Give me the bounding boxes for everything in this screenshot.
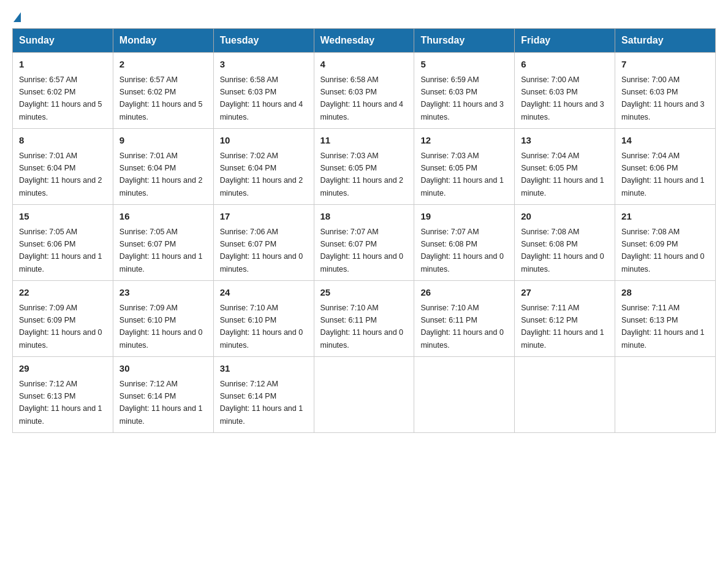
day-number: 8 [19,134,107,148]
day-number: 13 [521,134,609,148]
day-number: 9 [119,134,207,148]
day-number: 6 [521,58,609,72]
day-number: 7 [621,58,709,72]
day-info: Sunrise: 7:06 AMSunset: 6:07 PMDaylight:… [220,228,303,274]
day-info: Sunrise: 7:12 AMSunset: 6:14 PMDaylight:… [220,380,303,426]
calendar-cell: 16 Sunrise: 7:05 AMSunset: 6:07 PMDaylig… [113,205,213,281]
calendar-cell: 28 Sunrise: 7:11 AMSunset: 6:13 PMDaylig… [615,281,716,357]
calendar-cell: 13 Sunrise: 7:04 AMSunset: 6:05 PMDaylig… [515,129,615,205]
calendar-cell: 22 Sunrise: 7:09 AMSunset: 6:09 PMDaylig… [13,281,113,357]
day-info: Sunrise: 7:09 AMSunset: 6:09 PMDaylight:… [19,304,102,350]
weekday-header-saturday: Saturday [615,29,716,53]
calendar-cell: 27 Sunrise: 7:11 AMSunset: 6:12 PMDaylig… [515,281,615,357]
day-info: Sunrise: 6:58 AMSunset: 6:03 PMDaylight:… [220,75,303,121]
calendar-week-row: 1 Sunrise: 6:57 AMSunset: 6:02 PMDayligh… [13,53,716,129]
calendar-cell: 23 Sunrise: 7:09 AMSunset: 6:10 PMDaylig… [113,281,213,357]
day-number: 4 [320,58,408,72]
day-info: Sunrise: 6:57 AMSunset: 6:02 PMDaylight:… [19,75,102,121]
calendar-week-row: 8 Sunrise: 7:01 AMSunset: 6:04 PMDayligh… [13,129,716,205]
calendar-cell: 21 Sunrise: 7:08 AMSunset: 6:09 PMDaylig… [615,205,716,281]
calendar-cell [314,357,414,433]
day-number: 15 [19,210,107,224]
day-number: 1 [19,58,107,72]
calendar-body: 1 Sunrise: 6:57 AMSunset: 6:02 PMDayligh… [13,53,716,433]
day-info: Sunrise: 7:03 AMSunset: 6:05 PMDaylight:… [420,151,504,197]
day-number: 31 [220,362,308,376]
calendar-cell: 11 Sunrise: 7:03 AMSunset: 6:05 PMDaylig… [314,129,414,205]
weekday-header-tuesday: Tuesday [213,29,314,53]
calendar-cell: 19 Sunrise: 7:07 AMSunset: 6:08 PMDaylig… [414,205,515,281]
day-info: Sunrise: 7:00 AMSunset: 6:03 PMDaylight:… [621,75,705,121]
weekday-header-friday: Friday [515,29,615,53]
weekday-header-thursday: Thursday [414,29,515,53]
day-info: Sunrise: 7:02 AMSunset: 6:04 PMDaylight:… [220,151,303,197]
day-info: Sunrise: 7:01 AMSunset: 6:04 PMDaylight:… [119,151,203,197]
calendar-cell: 29 Sunrise: 7:12 AMSunset: 6:13 PMDaylig… [13,357,113,433]
day-number: 20 [521,210,609,224]
day-info: Sunrise: 7:12 AMSunset: 6:13 PMDaylight:… [19,380,102,426]
calendar-cell: 14 Sunrise: 7:04 AMSunset: 6:06 PMDaylig… [615,129,716,205]
day-info: Sunrise: 7:08 AMSunset: 6:08 PMDaylight:… [521,228,604,274]
weekday-header-row: SundayMondayTuesdayWednesdayThursdayFrid… [13,29,716,53]
day-info: Sunrise: 7:11 AMSunset: 6:12 PMDaylight:… [521,304,604,350]
day-number: 25 [320,286,408,300]
calendar-cell: 5 Sunrise: 6:59 AMSunset: 6:03 PMDayligh… [414,53,515,129]
day-number: 5 [420,58,508,72]
calendar-cell: 24 Sunrise: 7:10 AMSunset: 6:10 PMDaylig… [213,281,314,357]
day-info: Sunrise: 7:03 AMSunset: 6:05 PMDaylight:… [320,151,404,197]
logo [12,12,22,22]
calendar-week-row: 15 Sunrise: 7:05 AMSunset: 6:06 PMDaylig… [13,205,716,281]
logo-triangle-icon [13,12,21,22]
day-info: Sunrise: 7:11 AMSunset: 6:13 PMDaylight:… [621,304,705,350]
day-info: Sunrise: 7:07 AMSunset: 6:07 PMDaylight:… [320,228,404,274]
day-info: Sunrise: 7:04 AMSunset: 6:05 PMDaylight:… [521,151,604,197]
day-info: Sunrise: 7:00 AMSunset: 6:03 PMDaylight:… [521,75,604,121]
day-number: 28 [621,286,709,300]
calendar-cell: 31 Sunrise: 7:12 AMSunset: 6:14 PMDaylig… [213,357,314,433]
day-info: Sunrise: 7:01 AMSunset: 6:04 PMDaylight:… [19,151,102,197]
calendar-cell: 25 Sunrise: 7:10 AMSunset: 6:11 PMDaylig… [314,281,414,357]
day-number: 17 [220,210,308,224]
day-number: 23 [119,286,207,300]
calendar-cell: 26 Sunrise: 7:10 AMSunset: 6:11 PMDaylig… [414,281,515,357]
calendar-cell [414,357,515,433]
day-number: 18 [320,210,408,224]
day-number: 27 [521,286,609,300]
calendar-cell: 1 Sunrise: 6:57 AMSunset: 6:02 PMDayligh… [13,53,113,129]
calendar-cell: 9 Sunrise: 7:01 AMSunset: 6:04 PMDayligh… [113,129,213,205]
calendar-cell [615,357,716,433]
day-info: Sunrise: 6:59 AMSunset: 6:03 PMDaylight:… [420,75,504,121]
calendar-week-row: 29 Sunrise: 7:12 AMSunset: 6:13 PMDaylig… [13,357,716,433]
day-info: Sunrise: 7:05 AMSunset: 6:07 PMDaylight:… [119,228,203,274]
calendar-week-row: 22 Sunrise: 7:09 AMSunset: 6:09 PMDaylig… [13,281,716,357]
day-info: Sunrise: 7:04 AMSunset: 6:06 PMDaylight:… [621,151,705,197]
day-number: 24 [220,286,308,300]
page-header [12,12,716,22]
weekday-header-wednesday: Wednesday [314,29,414,53]
calendar-header: SundayMondayTuesdayWednesdayThursdayFrid… [13,29,716,53]
day-info: Sunrise: 7:10 AMSunset: 6:10 PMDaylight:… [220,304,303,350]
day-number: 21 [621,210,709,224]
calendar-cell: 7 Sunrise: 7:00 AMSunset: 6:03 PMDayligh… [615,53,716,129]
calendar-cell: 30 Sunrise: 7:12 AMSunset: 6:14 PMDaylig… [113,357,213,433]
calendar-cell: 8 Sunrise: 7:01 AMSunset: 6:04 PMDayligh… [13,129,113,205]
day-number: 3 [220,58,308,72]
calendar-cell [515,357,615,433]
day-info: Sunrise: 7:07 AMSunset: 6:08 PMDaylight:… [420,228,504,274]
calendar-cell: 10 Sunrise: 7:02 AMSunset: 6:04 PMDaylig… [213,129,314,205]
calendar-cell: 17 Sunrise: 7:06 AMSunset: 6:07 PMDaylig… [213,205,314,281]
calendar-cell: 15 Sunrise: 7:05 AMSunset: 6:06 PMDaylig… [13,205,113,281]
weekday-header-sunday: Sunday [13,29,113,53]
day-info: Sunrise: 7:12 AMSunset: 6:14 PMDaylight:… [119,380,203,426]
day-info: Sunrise: 7:10 AMSunset: 6:11 PMDaylight:… [420,304,504,350]
day-number: 12 [420,134,508,148]
day-info: Sunrise: 7:08 AMSunset: 6:09 PMDaylight:… [621,228,705,274]
day-number: 11 [320,134,408,148]
day-number: 22 [19,286,107,300]
day-number: 26 [420,286,508,300]
calendar-cell: 18 Sunrise: 7:07 AMSunset: 6:07 PMDaylig… [314,205,414,281]
calendar-cell: 12 Sunrise: 7:03 AMSunset: 6:05 PMDaylig… [414,129,515,205]
calendar-cell: 2 Sunrise: 6:57 AMSunset: 6:02 PMDayligh… [113,53,213,129]
day-number: 30 [119,362,207,376]
day-number: 19 [420,210,508,224]
